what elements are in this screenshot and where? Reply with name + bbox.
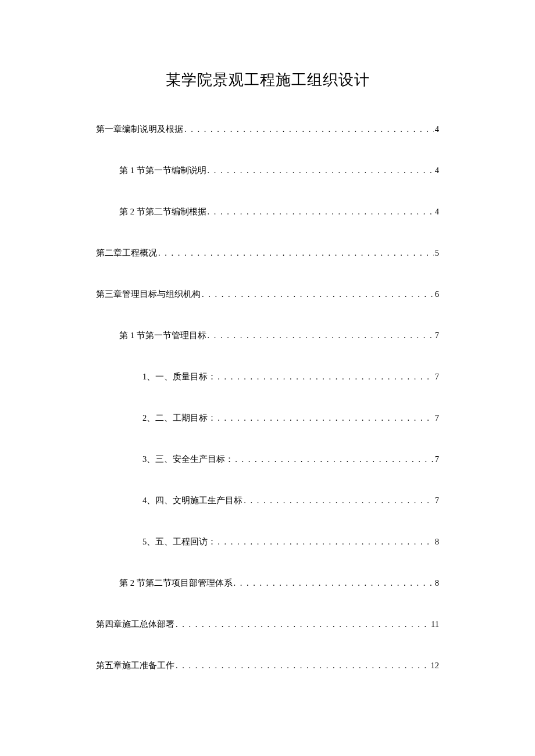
toc-label: 第 2 节第二节编制根据 <box>119 206 206 217</box>
toc-leader <box>217 537 434 547</box>
toc-entry: 第二章工程概况5 <box>96 248 439 259</box>
toc-leader <box>217 413 434 423</box>
toc-label: 第二章工程概况 <box>96 248 157 259</box>
toc-entry: 第一章编制说明及根据4 <box>96 124 439 135</box>
toc-entry: 1、一、质量目标：7 <box>96 371 439 382</box>
toc-page-number: 12 <box>431 661 440 671</box>
toc-leader <box>176 661 430 671</box>
toc-page-number: 11 <box>431 619 439 629</box>
toc-page-number: 7 <box>435 413 439 423</box>
toc-entry: 第三章管理目标与组织机构6 <box>96 289 439 300</box>
toc-leader <box>244 496 434 506</box>
document-title: 某学院景观工程施工组织设计 <box>96 70 439 90</box>
toc-leader <box>235 454 434 464</box>
toc-entry: 第五章施工准备工作12 <box>96 660 439 671</box>
toc-page-number: 5 <box>435 248 439 258</box>
toc-label: 3、三、安全生产目标： <box>142 454 234 465</box>
toc-label: 第 1 节第一节管理目标 <box>119 330 206 341</box>
table-of-contents: 第一章编制说明及根据4第 1 节第一节编制说明4第 2 节第二节编制根据4第二章… <box>96 124 439 671</box>
toc-leader <box>184 124 434 134</box>
toc-label: 第三章管理目标与组织机构 <box>96 289 201 300</box>
toc-page-number: 7 <box>435 372 439 382</box>
toc-label: 第 2 节第二节项目部管理体系 <box>119 578 233 589</box>
toc-page-number: 7 <box>435 454 439 464</box>
toc-page-number: 6 <box>435 289 439 299</box>
toc-page-number: 4 <box>435 207 439 217</box>
toc-page-number: 4 <box>435 124 439 134</box>
toc-entry: 第 1 节第一节管理目标7 <box>96 330 439 341</box>
toc-label: 5、五、工程回访： <box>142 536 216 547</box>
toc-page-number: 4 <box>435 166 439 175</box>
toc-entry: 第四章施工总体部署11 <box>96 619 439 630</box>
toc-label: 第五章施工准备工作 <box>96 660 174 671</box>
toc-leader <box>176 619 430 629</box>
toc-label: 1、一、质量目标： <box>142 371 216 382</box>
toc-entry: 2、二、工期目标：7 <box>96 413 439 424</box>
toc-page-number: 8 <box>435 578 439 588</box>
toc-label: 4、四、文明施工生产目标 <box>142 495 242 506</box>
toc-label: 2、二、工期目标： <box>142 413 216 424</box>
toc-label: 第 1 节第一节编制说明 <box>119 165 206 176</box>
toc-label: 第四章施工总体部署 <box>96 619 174 630</box>
toc-leader <box>234 578 434 588</box>
toc-leader <box>158 248 434 258</box>
toc-entry: 第 2 节第二节项目部管理体系8 <box>96 578 439 589</box>
toc-entry: 第 2 节第二节编制根据4 <box>96 206 439 217</box>
toc-page-number: 7 <box>435 331 439 341</box>
toc-leader <box>208 331 434 341</box>
toc-page-number: 8 <box>435 537 439 547</box>
toc-leader <box>208 166 434 175</box>
toc-entry: 3、三、安全生产目标：7 <box>96 454 439 465</box>
toc-leader <box>217 372 434 382</box>
toc-entry: 5、五、工程回访：8 <box>96 536 439 547</box>
toc-entry: 第 1 节第一节编制说明4 <box>96 165 439 176</box>
toc-leader <box>208 207 434 217</box>
toc-entry: 4、四、文明施工生产目标7 <box>96 495 439 506</box>
toc-label: 第一章编制说明及根据 <box>96 124 183 135</box>
toc-page-number: 7 <box>435 496 439 506</box>
toc-leader <box>202 289 434 299</box>
